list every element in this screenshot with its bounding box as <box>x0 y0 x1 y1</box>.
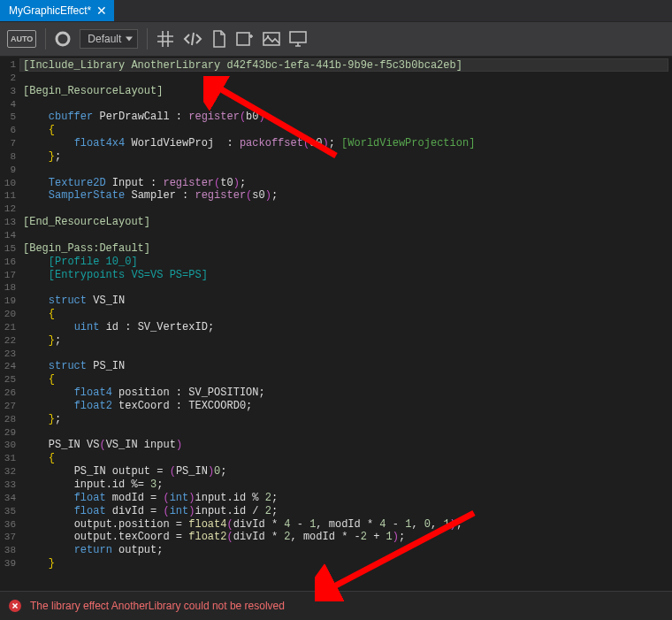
code-line[interactable]: { <box>23 452 672 465</box>
error-message: The library effect AnotherLibrary could … <box>30 600 285 612</box>
code-line[interactable]: float divId = (int)input.id / 2; <box>23 505 672 518</box>
code-line[interactable]: [Entrypoints VS=VS PS=PS] <box>23 269 672 282</box>
code-line[interactable]: [End_ResourceLayout] <box>23 216 672 229</box>
code-line[interactable]: float modId = (int)input.id % 2; <box>23 492 672 505</box>
tab-active[interactable]: MyGraphicEffect* ✕ <box>0 0 114 21</box>
line-gutter: 1234567891011121314151617181920212223242… <box>0 57 19 591</box>
monitor-icon[interactable] <box>289 31 307 47</box>
svg-rect-4 <box>290 32 306 42</box>
code-line[interactable] <box>23 98 672 111</box>
code-line[interactable] <box>23 348 672 361</box>
code-line[interactable]: return output; <box>23 544 672 557</box>
svg-rect-1 <box>237 33 249 45</box>
code-line[interactable]: float4x4 WorldViewProj : packoffset(c0);… <box>23 137 672 150</box>
code-line[interactable]: PS_IN output = (PS_IN)0; <box>23 465 672 478</box>
grid-icon[interactable] <box>157 30 174 48</box>
code-line[interactable]: PS_IN VS(VS_IN input) <box>23 439 672 452</box>
code-line[interactable]: [Begin_ResourceLayout] <box>23 85 672 98</box>
record-icon[interactable] <box>55 31 71 47</box>
code-line[interactable]: input.id %= 3; <box>23 478 672 492</box>
code-line[interactable]: [Profile 10_0] <box>23 256 672 269</box>
code-line[interactable]: struct PS_IN <box>23 360 672 373</box>
code-editor[interactable]: 1234567891011121314151617181920212223242… <box>0 57 672 591</box>
svg-point-0 <box>57 33 69 45</box>
code-line[interactable] <box>23 229 672 242</box>
error-icon <box>9 600 21 612</box>
pass-dropdown[interactable]: Default <box>80 29 138 49</box>
code-line[interactable]: { <box>23 308 672 321</box>
code-icon[interactable] <box>183 31 202 47</box>
code-line[interactable] <box>23 203 672 216</box>
code-line[interactable]: [Begin_Pass:Default] <box>23 242 672 256</box>
code-line[interactable] <box>23 281 672 295</box>
code-line[interactable]: uint id : SV_VertexID; <box>23 321 672 334</box>
error-bar: The library effect AnotherLibrary could … <box>0 591 672 620</box>
separator <box>147 28 148 50</box>
dropdown-selected: Default <box>88 33 121 45</box>
svg-point-3 <box>267 35 269 37</box>
close-icon[interactable]: ✕ <box>96 4 107 17</box>
code-line[interactable] <box>23 164 672 177</box>
code-line[interactable] <box>23 426 672 440</box>
code-line[interactable]: { <box>23 373 672 387</box>
code-line[interactable]: SamplerState Sampler : register(s0); <box>23 189 672 203</box>
code-line[interactable]: cbuffer PerDrawCall : register(b0) <box>23 111 672 124</box>
code-line[interactable]: }; <box>23 334 672 348</box>
code-line[interactable]: float2 texCoord : TEXCOORD0; <box>23 400 672 413</box>
toolbar: AUTO Default <box>0 21 672 57</box>
code-area[interactable]: [Include_Library AnotherLibrary d42f43bc… <box>19 57 672 591</box>
tab-title: MyGraphicEffect* <box>9 4 91 17</box>
document-icon[interactable] <box>211 30 227 48</box>
code-line[interactable]: { <box>23 124 672 137</box>
tab-bar: MyGraphicEffect* ✕ <box>0 0 672 21</box>
code-line[interactable]: output.texCoord = float2(divId * 2, modI… <box>23 531 672 544</box>
code-line[interactable]: Texture2D Input : register(t0); <box>23 177 672 190</box>
code-line[interactable]: }; <box>23 150 672 164</box>
code-line[interactable]: } <box>23 557 672 570</box>
auto-button[interactable]: AUTO <box>7 30 36 48</box>
separator <box>45 28 46 50</box>
gallery-add-icon[interactable] <box>236 30 254 48</box>
code-line[interactable]: struct VS_IN <box>23 295 672 308</box>
image-icon[interactable] <box>263 30 280 48</box>
code-line[interactable]: }; <box>23 413 672 426</box>
code-line[interactable]: [Include_Library AnotherLibrary d42f43bc… <box>19 58 668 72</box>
code-line[interactable] <box>23 72 672 85</box>
code-line[interactable]: float4 position : SV_POSITION; <box>23 387 672 400</box>
code-line[interactable]: output.position = float4(divId * 4 - 1, … <box>23 518 672 532</box>
